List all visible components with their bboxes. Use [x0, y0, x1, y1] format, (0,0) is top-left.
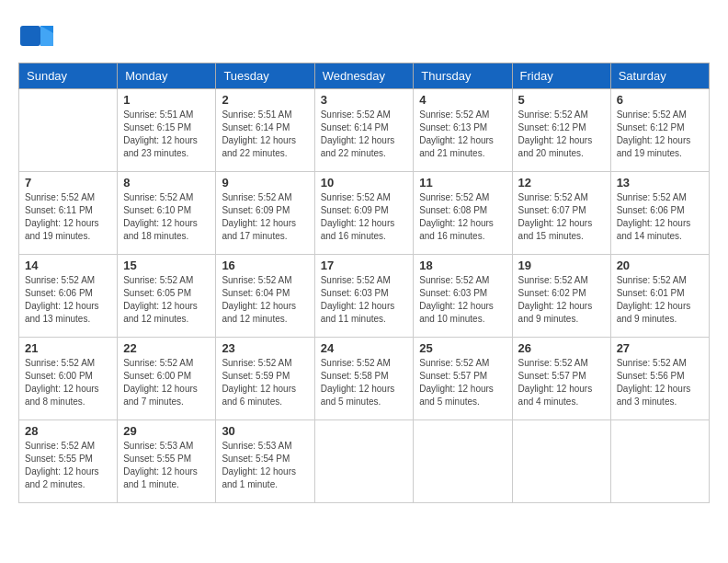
calendar-week-row: 1Sunrise: 5:51 AM Sunset: 6:15 PM Daylig…: [19, 89, 710, 172]
calendar-cell: 17Sunrise: 5:52 AM Sunset: 6:03 PM Dayli…: [314, 255, 414, 338]
day-info: Sunrise: 5:52 AM Sunset: 5:59 PM Dayligh…: [222, 357, 308, 408]
calendar-cell: [414, 420, 512, 503]
day-info: Sunrise: 5:52 AM Sunset: 6:01 PM Dayligh…: [617, 274, 703, 326]
calendar-cell: 4Sunrise: 5:52 AM Sunset: 6:13 PM Daylig…: [414, 89, 512, 172]
day-info: Sunrise: 5:51 AM Sunset: 6:14 PM Dayligh…: [222, 109, 308, 160]
day-info: Sunrise: 5:52 AM Sunset: 6:05 PM Dayligh…: [123, 274, 210, 326]
day-info: Sunrise: 5:52 AM Sunset: 6:12 PM Dayligh…: [518, 109, 605, 160]
day-number: 26: [518, 341, 605, 355]
day-number: 1: [123, 93, 210, 107]
calendar-cell: 3Sunrise: 5:52 AM Sunset: 6:14 PM Daylig…: [314, 89, 414, 172]
day-info: Sunrise: 5:52 AM Sunset: 5:57 PM Dayligh…: [419, 357, 506, 408]
calendar-cell: 20Sunrise: 5:52 AM Sunset: 6:01 PM Dayli…: [610, 255, 709, 338]
weekday-header-friday: Friday: [512, 63, 610, 89]
calendar-cell: 24Sunrise: 5:52 AM Sunset: 5:58 PM Dayli…: [314, 338, 414, 420]
day-number: 11: [419, 176, 506, 190]
calendar-cell: 28Sunrise: 5:52 AM Sunset: 5:55 PM Dayli…: [19, 420, 118, 503]
day-info: Sunrise: 5:52 AM Sunset: 5:55 PM Dayligh…: [25, 440, 111, 491]
calendar-cell: 2Sunrise: 5:51 AM Sunset: 6:14 PM Daylig…: [216, 89, 314, 172]
day-number: 21: [25, 341, 111, 355]
weekday-header-sunday: Sunday: [19, 63, 118, 89]
calendar-cell: 12Sunrise: 5:52 AM Sunset: 6:07 PM Dayli…: [512, 172, 610, 255]
day-info: Sunrise: 5:52 AM Sunset: 6:03 PM Dayligh…: [321, 274, 408, 326]
day-info: Sunrise: 5:52 AM Sunset: 6:04 PM Dayligh…: [222, 274, 308, 326]
calendar-cell: [512, 420, 610, 503]
day-info: Sunrise: 5:53 AM Sunset: 5:54 PM Dayligh…: [222, 440, 308, 491]
calendar-cell: 9Sunrise: 5:52 AM Sunset: 6:09 PM Daylig…: [216, 172, 314, 255]
calendar-cell: 13Sunrise: 5:52 AM Sunset: 6:06 PM Dayli…: [610, 172, 709, 255]
day-info: Sunrise: 5:52 AM Sunset: 6:06 PM Dayligh…: [617, 191, 703, 243]
calendar-cell: [314, 420, 414, 503]
day-info: Sunrise: 5:52 AM Sunset: 6:02 PM Dayligh…: [518, 274, 605, 326]
calendar-header-row: SundayMondayTuesdayWednesdayThursdayFrid…: [19, 63, 710, 89]
weekday-header-wednesday: Wednesday: [314, 63, 414, 89]
weekday-header-tuesday: Tuesday: [216, 63, 314, 89]
calendar-cell: 11Sunrise: 5:52 AM Sunset: 6:08 PM Dayli…: [414, 172, 512, 255]
calendar-week-row: 7Sunrise: 5:52 AM Sunset: 6:11 PM Daylig…: [19, 172, 710, 255]
weekday-header-monday: Monday: [118, 63, 216, 89]
day-info: Sunrise: 5:52 AM Sunset: 6:09 PM Dayligh…: [321, 191, 408, 243]
day-number: 30: [222, 424, 308, 438]
calendar-cell: 25Sunrise: 5:52 AM Sunset: 5:57 PM Dayli…: [414, 338, 512, 420]
day-info: Sunrise: 5:52 AM Sunset: 5:56 PM Dayligh…: [617, 357, 703, 408]
day-number: 15: [123, 259, 210, 272]
day-number: 7: [25, 176, 111, 190]
calendar-cell: 1Sunrise: 5:51 AM Sunset: 6:15 PM Daylig…: [118, 89, 216, 172]
day-info: Sunrise: 5:52 AM Sunset: 6:00 PM Dayligh…: [25, 357, 111, 408]
logo-icon: [18, 18, 53, 53]
day-number: 19: [518, 259, 605, 272]
day-number: 20: [617, 259, 703, 272]
day-info: Sunrise: 5:52 AM Sunset: 6:14 PM Dayligh…: [321, 109, 408, 160]
calendar-cell: 6Sunrise: 5:52 AM Sunset: 6:12 PM Daylig…: [610, 89, 709, 172]
day-info: Sunrise: 5:52 AM Sunset: 6:12 PM Dayligh…: [617, 109, 703, 160]
day-number: 8: [123, 176, 210, 190]
day-info: Sunrise: 5:53 AM Sunset: 5:55 PM Dayligh…: [123, 440, 210, 491]
calendar-cell: 26Sunrise: 5:52 AM Sunset: 5:57 PM Dayli…: [512, 338, 610, 420]
day-number: 3: [321, 93, 408, 107]
day-number: 10: [321, 176, 408, 190]
day-info: Sunrise: 5:52 AM Sunset: 6:13 PM Dayligh…: [419, 109, 506, 160]
day-number: 16: [222, 259, 308, 272]
day-info: Sunrise: 5:52 AM Sunset: 6:11 PM Dayligh…: [25, 191, 111, 243]
day-number: 18: [419, 259, 506, 272]
day-info: Sunrise: 5:52 AM Sunset: 6:10 PM Dayligh…: [123, 191, 210, 243]
day-info: Sunrise: 5:52 AM Sunset: 6:08 PM Dayligh…: [419, 191, 506, 243]
day-number: 28: [25, 424, 111, 438]
calendar-cell: 21Sunrise: 5:52 AM Sunset: 6:00 PM Dayli…: [19, 338, 118, 420]
calendar-cell: 14Sunrise: 5:52 AM Sunset: 6:06 PM Dayli…: [19, 255, 118, 338]
day-info: Sunrise: 5:52 AM Sunset: 6:06 PM Dayligh…: [25, 274, 111, 326]
day-info: Sunrise: 5:51 AM Sunset: 6:15 PM Dayligh…: [123, 109, 210, 160]
day-info: Sunrise: 5:52 AM Sunset: 5:58 PM Dayligh…: [321, 357, 408, 408]
calendar-cell: 15Sunrise: 5:52 AM Sunset: 6:05 PM Dayli…: [118, 255, 216, 338]
calendar-cell: 5Sunrise: 5:52 AM Sunset: 6:12 PM Daylig…: [512, 89, 610, 172]
day-number: 5: [518, 93, 605, 107]
calendar-cell: 7Sunrise: 5:52 AM Sunset: 6:11 PM Daylig…: [19, 172, 118, 255]
calendar-cell: [610, 420, 709, 503]
svg-rect-0: [20, 26, 40, 46]
day-number: 24: [321, 341, 408, 355]
day-number: 6: [617, 93, 703, 107]
day-number: 12: [518, 176, 605, 190]
calendar-cell: 27Sunrise: 5:52 AM Sunset: 5:56 PM Dayli…: [610, 338, 709, 420]
calendar-cell: 22Sunrise: 5:52 AM Sunset: 6:00 PM Dayli…: [118, 338, 216, 420]
calendar-table: SundayMondayTuesdayWednesdayThursdayFrid…: [18, 63, 710, 503]
day-info: Sunrise: 5:52 AM Sunset: 6:07 PM Dayligh…: [518, 191, 605, 243]
calendar-cell: 8Sunrise: 5:52 AM Sunset: 6:10 PM Daylig…: [118, 172, 216, 255]
calendar-cell: 23Sunrise: 5:52 AM Sunset: 5:59 PM Dayli…: [216, 338, 314, 420]
weekday-header-thursday: Thursday: [414, 63, 512, 89]
calendar-cell: 18Sunrise: 5:52 AM Sunset: 6:03 PM Dayli…: [414, 255, 512, 338]
day-number: 27: [617, 341, 703, 355]
page-header: [18, 18, 710, 53]
day-number: 4: [419, 93, 506, 107]
calendar-week-row: 28Sunrise: 5:52 AM Sunset: 5:55 PM Dayli…: [19, 420, 710, 503]
day-number: 2: [222, 93, 308, 107]
day-number: 22: [123, 341, 210, 355]
day-number: 23: [222, 341, 308, 355]
day-number: 9: [222, 176, 308, 190]
calendar-cell: 16Sunrise: 5:52 AM Sunset: 6:04 PM Dayli…: [216, 255, 314, 338]
calendar-cell: 29Sunrise: 5:53 AM Sunset: 5:55 PM Dayli…: [118, 420, 216, 503]
calendar-cell: [19, 89, 118, 172]
logo: [18, 18, 57, 53]
calendar-week-row: 14Sunrise: 5:52 AM Sunset: 6:06 PM Dayli…: [19, 255, 710, 338]
day-number: 25: [419, 341, 506, 355]
